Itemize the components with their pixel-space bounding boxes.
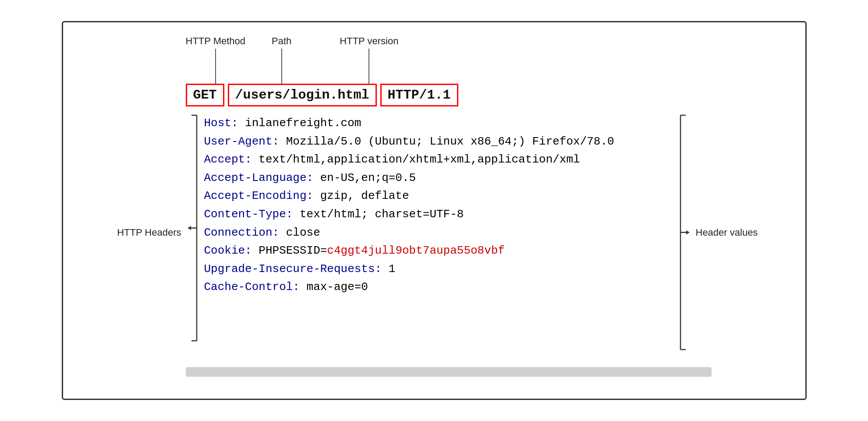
header-value: max-age=0 <box>300 280 368 294</box>
http-version-label: HTTP version <box>340 35 398 47</box>
header-line: Accept-Encoding: gzip, deflate <box>204 187 678 205</box>
path-line <box>281 49 282 84</box>
path-label: Path <box>272 35 291 47</box>
request-line: GET /users/login.html HTTP/1.1 <box>186 84 779 106</box>
header-name: Accept: <box>204 153 252 166</box>
http-version-line <box>368 49 369 84</box>
header-line: Upgrade-Insecure-Requests: 1 <box>204 260 678 279</box>
header-name: Content-Type: <box>204 208 293 221</box>
header-name: Host: <box>204 117 238 130</box>
path-token: /users/login.html <box>228 84 377 106</box>
annotation-path: Path <box>272 35 291 84</box>
http-method-label: HTTP Method <box>186 35 246 47</box>
http-headers-label: HTTP Headers <box>117 227 181 238</box>
http-method-line <box>215 49 216 84</box>
header-value: inlanefreight.com <box>238 117 361 130</box>
header-value: text/html,application/xhtml+xml,applicat… <box>252 153 580 166</box>
header-value: gzip, deflate <box>313 189 409 202</box>
header-value: text/html; charset=UTF-8 <box>293 208 464 221</box>
header-name: Connection: <box>204 226 280 239</box>
header-line: Host: inlanefreight.com <box>204 114 678 133</box>
svg-marker-9 <box>686 230 689 235</box>
header-name: Accept-Language: <box>204 171 314 184</box>
header-line: Content-Type: text/html; charset=UTF-8 <box>204 205 678 224</box>
header-line: Cache-Control: max-age=0 <box>204 278 678 297</box>
header-name: Upgrade-Insecure-Requests: <box>204 262 382 276</box>
header-value: Mozilla/5.0 (Ubuntu; Linux x86_64;) Fire… <box>279 135 614 148</box>
method-token: GET <box>186 84 224 106</box>
main-diagram: HTTP Method Path HTTP version GET /users… <box>62 21 807 400</box>
header-value: PHPSESSID= <box>252 244 327 257</box>
header-line: User-Agent: Mozilla/5.0 (Ubuntu; Linux x… <box>204 133 678 151</box>
header-line: Cookie: PHPSESSID=c4ggt4jull9obt7aupa55o… <box>204 242 678 260</box>
right-bracket-container <box>678 111 691 354</box>
header-value-extra: c4ggt4jull9obt7aupa55o8vbf <box>327 244 505 257</box>
header-line: Connection: close <box>204 224 678 242</box>
header-name: User-Agent: <box>204 135 280 148</box>
header-values-label: Header values <box>696 227 758 238</box>
http-headers-label-area: HTTP Headers <box>89 111 186 354</box>
header-value: en-US,en;q=0.5 <box>313 171 416 184</box>
svg-marker-4 <box>188 226 191 230</box>
scrollbar[interactable] <box>186 367 712 377</box>
header-line: Accept-Language: en-US,en;q=0.5 <box>204 169 678 188</box>
annotation-http-version: HTTP version <box>340 35 398 84</box>
header-name: Cache-Control: <box>204 280 300 294</box>
annotations-row: HTTP Method Path HTTP version <box>186 35 779 84</box>
header-values-label-area: Header values <box>691 111 779 354</box>
header-value: 1 <box>382 262 395 276</box>
left-bracket-container <box>186 111 199 354</box>
header-value: close <box>279 226 320 239</box>
version-token: HTTP/1.1 <box>380 84 458 106</box>
annotation-http-method: HTTP Method <box>186 35 246 84</box>
headers-section: HTTP Headers Host: inlanefreight.comUser… <box>89 111 779 354</box>
headers-content: Host: inlanefreight.comUser-Agent: Mozil… <box>204 111 678 354</box>
header-line: Accept: text/html,application/xhtml+xml,… <box>204 151 678 169</box>
header-name: Accept-Encoding: <box>204 189 314 202</box>
header-name: Cookie: <box>204 244 252 257</box>
